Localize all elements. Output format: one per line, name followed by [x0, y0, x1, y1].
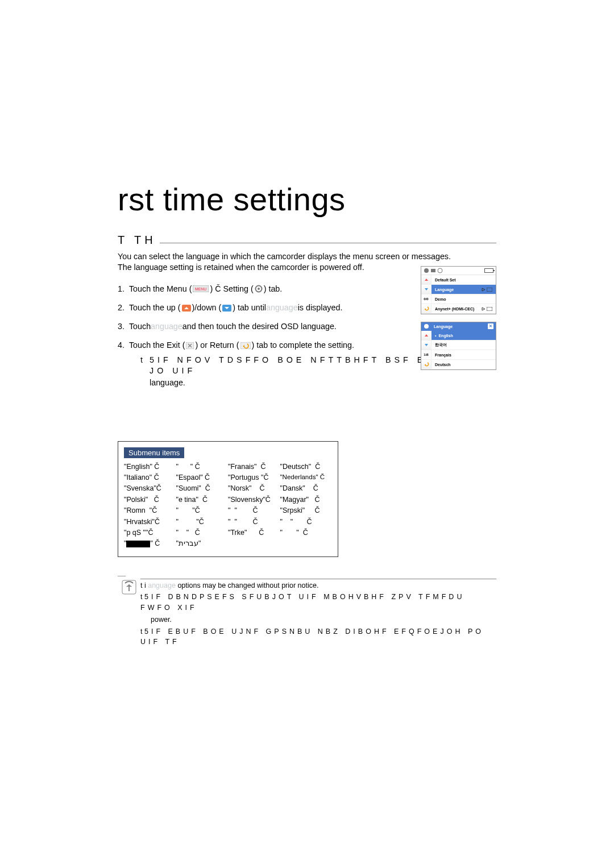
step-text: )/down (	[192, 302, 222, 313]
note-faded: anguage	[148, 582, 176, 589]
language-grid: "English" Č" " Č"Franais" Č"Deutsch" Č "…	[124, 462, 332, 550]
step-text: ) tab.	[264, 284, 283, 294]
svg-rect-11	[487, 288, 492, 292]
play-icon	[482, 307, 486, 311]
notes-rule	[140, 579, 496, 579]
up-button[interactable]	[421, 275, 432, 285]
gear-icon	[424, 268, 429, 273]
step-num: 1.	[118, 284, 125, 294]
list-item[interactable]: Deutsch	[432, 360, 496, 369]
intro-line-1: You can select the language in which the…	[118, 251, 496, 262]
ui-body: 1/8 •English 한국어 Français Deutsch	[421, 331, 496, 369]
page-indicator: 1/8	[421, 350, 432, 360]
gear-icon	[424, 323, 429, 329]
svg-rect-12	[487, 307, 492, 311]
return-button[interactable]	[421, 304, 432, 314]
subtitle-bar: T TH	[118, 234, 496, 247]
page-heading: rst time settings	[118, 181, 496, 218]
manual-page: rst time settings T TH You can select th…	[0, 0, 614, 868]
list-item[interactable]: Demo	[432, 294, 496, 304]
up-icon	[182, 305, 191, 312]
notes-body: t i anguage options may be changed witho…	[140, 579, 496, 648]
step-text: ) tab until	[233, 302, 266, 313]
expand-icon	[487, 307, 492, 311]
cipher-text: 5IF EBUF BOE UJNF GPSNBU NBZ DIBOHF EFQF…	[140, 628, 484, 646]
close-button[interactable]: ✕	[488, 323, 493, 329]
list-item[interactable]: Anynet+ (HDMI-CEC)	[432, 304, 496, 314]
page-indicator: 0/0	[421, 294, 432, 304]
step-faded-text: anguage	[266, 302, 298, 313]
submenu-heading: Submenu items	[124, 447, 184, 458]
svg-point-3	[258, 288, 260, 290]
note-icon	[118, 579, 140, 648]
return-icon	[240, 342, 251, 349]
step-num: 3.	[118, 321, 125, 332]
return-button[interactable]	[421, 360, 432, 369]
cipher-text: 5IF DBNDPSEFS SFUBJOT UIF MBOHVBHF ZPV T…	[140, 593, 464, 612]
step-num: 2.	[118, 302, 125, 313]
camera-icon	[430, 268, 436, 273]
note-text: options may be changed without prior not…	[177, 582, 318, 589]
list-item[interactable]: Français	[432, 350, 496, 360]
step-text: ) or Return (	[195, 340, 239, 351]
gear-icon	[255, 285, 263, 293]
ui-body: 0/0 Default Set Language Demo Anynet+ (H…	[421, 275, 496, 314]
bullet-t: t	[140, 628, 144, 636]
step-num: 4.	[118, 340, 125, 351]
ui-dialog-title-text: Language	[434, 325, 453, 329]
step-text: ) Č Setting (	[210, 284, 253, 294]
ui-left-col: 0/0	[421, 275, 432, 314]
step-faded-text: anguage	[151, 321, 182, 332]
svg-point-8	[424, 268, 429, 273]
title-wrap: rst time settings	[118, 181, 496, 218]
subtitle-rule	[160, 243, 496, 243]
ui-screenshot-settings: 0/0 Default Set Language Demo Anynet+ (H…	[421, 266, 496, 314]
step-text: Touch the up (	[129, 302, 181, 313]
content-area: rst time settings T TH You can select th…	[118, 181, 496, 647]
list-item[interactable]: Default Set	[432, 275, 496, 285]
battery-icon	[484, 268, 493, 273]
down-icon	[222, 305, 231, 312]
svg-point-10	[438, 268, 442, 273]
down-button[interactable]	[421, 285, 432, 294]
list-item-selected[interactable]: Language	[432, 285, 496, 294]
play-icon	[482, 288, 486, 292]
ui-left-col: 1/8	[421, 331, 432, 369]
step-text: ) tab to complete the setting.	[252, 340, 354, 351]
submenu-box: Submenu items "English" Č" " Č"Franais" …	[118, 441, 338, 557]
note-text: power.	[140, 614, 496, 625]
bullet-t: t i	[140, 582, 146, 589]
list-item[interactable]: 한국어	[432, 340, 496, 350]
ui-list: Default Set Language Demo Anynet+ (HDMI-…	[432, 275, 496, 314]
exit-icon	[186, 342, 194, 349]
ui-topbar	[421, 267, 496, 275]
svg-text:MENU: MENU	[195, 287, 207, 291]
cipher-text: JO UIF	[150, 366, 196, 376]
up-button[interactable]	[421, 331, 432, 340]
tail-lang-line: language.	[118, 377, 496, 388]
step-text: Touch the Exit (	[129, 340, 185, 351]
section-subtitle: T TH	[118, 234, 156, 247]
expand-icon	[487, 288, 492, 292]
ui-dialog-title: Language ✕	[421, 322, 496, 331]
ui-list: •English 한국어 Français Deutsch	[432, 331, 496, 369]
menu-icon: MENU	[193, 285, 209, 292]
ui-screenshot-language: Language ✕ 1/8 •English 한국어 Français Deu…	[421, 322, 496, 370]
svg-point-13	[424, 324, 429, 329]
bullet-t: t	[140, 355, 143, 366]
down-button[interactable]	[421, 340, 432, 350]
step-text: Touch the Menu (	[129, 284, 192, 294]
bullet-t: t	[140, 593, 144, 601]
list-item-selected[interactable]: •English	[432, 331, 496, 340]
svg-rect-9	[431, 269, 435, 272]
notes-section: t i anguage options may be changed witho…	[118, 579, 496, 648]
step-text: Touch	[129, 321, 151, 332]
step-text: and then touch the desired OSD language.	[182, 321, 337, 332]
step-text: is displayed.	[298, 302, 343, 313]
gear-icon	[437, 268, 443, 273]
